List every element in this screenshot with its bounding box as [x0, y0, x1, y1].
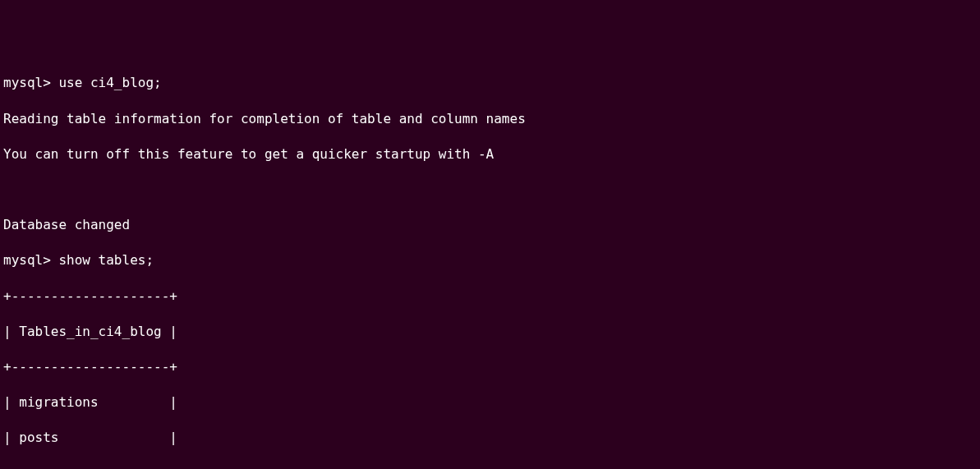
- tables-row-posts: | posts |: [3, 429, 977, 447]
- command-show-tables: show tables;: [58, 252, 154, 268]
- mysql-prompt: mysql>: [3, 252, 51, 268]
- output-dbchanged: Database changed: [3, 216, 977, 234]
- tables-border-bottom: +--------------------+: [3, 464, 977, 469]
- tables-border-mid: +--------------------+: [3, 358, 977, 376]
- tables-border-top: +--------------------+: [3, 287, 977, 306]
- tables-header: | Tables_in_ci4_blog |: [3, 323, 977, 341]
- mysql-prompt: mysql>: [3, 75, 51, 90]
- command-use: use ci4_blog;: [58, 75, 161, 90]
- output-reading: Reading table information for completion…: [3, 110, 977, 128]
- prompt-line-1[interactable]: mysql> use ci4_blog;: [3, 74, 977, 92]
- blank-line: [3, 181, 977, 199]
- prompt-line-2[interactable]: mysql> show tables;: [3, 251, 977, 269]
- tables-row-migrations: | migrations |: [3, 393, 977, 412]
- output-turnoff: You can turn off this feature to get a q…: [3, 145, 977, 163]
